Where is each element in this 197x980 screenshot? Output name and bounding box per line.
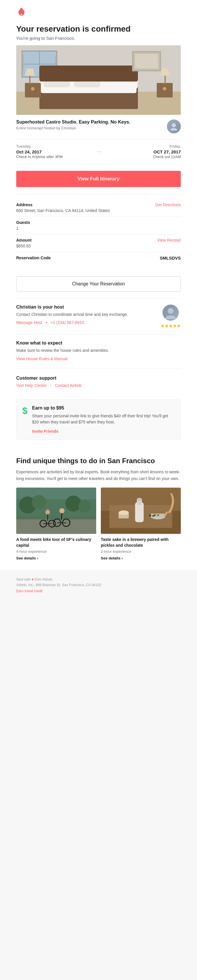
support-links: Visit Help Center • Contact Airbnb xyxy=(16,383,181,388)
reservation-code-row: Reservation Code SMLSDVS xyxy=(16,252,181,265)
view-itinerary-button[interactable]: View Full Itinerary xyxy=(16,171,181,187)
experience-title-2: Taste sake in a brewery paired with pick… xyxy=(101,537,181,548)
experience-duration-1: 4-hour experience xyxy=(16,549,96,554)
airbnb-logo xyxy=(16,7,181,19)
property-name: Superhosted Castro Studio. Easy Parking.… xyxy=(16,119,130,125)
find-section: Find unique things to do in San Francisc… xyxy=(0,447,197,570)
host-avatar-large xyxy=(162,304,179,321)
host-avatar-small xyxy=(167,119,181,134)
confirmation-subtitle: You're going to San Francisco. xyxy=(16,36,181,41)
experience-card-2[interactable]: Taste sake in a brewery paired with pick… xyxy=(101,488,181,561)
svg-point-17 xyxy=(163,87,166,91)
host-contact: Message Host • +1 (234) 567-8910 xyxy=(16,320,128,325)
host-section: Christian is your host Contact Christian… xyxy=(16,298,181,334)
invite-friends-link[interactable]: Invite Friends xyxy=(32,429,59,434)
checkin-time: Check in Anytime after 3PM xyxy=(16,154,91,159)
svg-rect-60 xyxy=(152,515,154,517)
support-heading: Customer support xyxy=(16,375,181,381)
experience-title-1: A food meets bike tour of SF's culinary … xyxy=(16,537,96,548)
checkout-day: Friday, xyxy=(106,144,181,148)
hero-section: Your reservation is confirmed You're goi… xyxy=(0,24,197,440)
property-type: Entire home/apt hosted by Christian xyxy=(16,126,130,130)
room-image xyxy=(16,45,181,115)
host-heading: Christian is your host xyxy=(16,304,128,310)
help-center-link[interactable]: Visit Help Center xyxy=(16,383,47,388)
svg-rect-18 xyxy=(29,76,30,84)
know-heading: Know what to expect xyxy=(16,340,181,346)
svg-line-39 xyxy=(61,513,62,520)
earn-section: $ Earn up to $95 Share your personal inv… xyxy=(16,399,181,440)
dollar-icon: $ xyxy=(22,406,27,416)
change-reservation-button[interactable]: Change Your Reservation xyxy=(16,277,181,291)
earn-heading: Earn up to $95 xyxy=(32,406,175,410)
house-rules-link[interactable]: View House Rules & Manual xyxy=(16,356,67,361)
svg-rect-22 xyxy=(135,54,158,68)
message-host-link[interactable]: Message Host xyxy=(16,320,42,325)
svg-rect-19 xyxy=(165,76,166,84)
reservation-label: Reservation Code xyxy=(16,256,51,260)
know-description: Make sure to review the house rules and … xyxy=(16,348,181,353)
earn-text: Earn up to $95 Share your personal invit… xyxy=(32,406,175,434)
amount-detail: Amount $650.65 xyxy=(16,238,32,248)
experiences-grid: A food meets bike tour of SF's culinary … xyxy=(16,488,181,561)
amount-label: Amount xyxy=(16,238,32,242)
experience-image-sake xyxy=(101,488,181,534)
svg-point-31 xyxy=(78,500,91,513)
footer-sent-text: Sent with xyxy=(16,578,32,582)
find-description: Experiences are activities led by local … xyxy=(16,469,181,482)
dates-section: Tuesday, Oct 24, 2017 Check in Anytime a… xyxy=(16,139,181,164)
experience-card-1[interactable]: A food meets bike tour of SF's culinary … xyxy=(16,488,96,561)
email-header xyxy=(0,0,197,24)
amount-value: $650.65 xyxy=(16,243,32,248)
checkout-date: OCT 27, 2017 xyxy=(106,149,181,155)
experience-link-1[interactable]: See details › xyxy=(16,556,38,560)
checkout-block: Friday, OCT 27, 2017 Check out 11AM xyxy=(106,144,181,159)
svg-rect-59 xyxy=(149,515,151,516)
view-receipt-link[interactable]: View Receipt xyxy=(157,238,181,242)
property-info: Superhosted Castro Studio. Easy Parking.… xyxy=(16,119,181,134)
address-row: Address 650 Street, San Francisco, CA 94… xyxy=(16,199,181,216)
svg-rect-58 xyxy=(157,514,159,516)
svg-point-24 xyxy=(168,308,173,314)
experience-link-2[interactable]: See details › xyxy=(101,556,123,560)
earn-credit-link[interactable]: Earn travel credit xyxy=(16,589,43,593)
svg-point-51 xyxy=(119,511,129,515)
svg-point-54 xyxy=(137,498,142,501)
dot-separator-2: • xyxy=(50,383,52,388)
dot-separator: • xyxy=(46,320,47,325)
svg-point-38 xyxy=(59,508,65,513)
svg-point-30 xyxy=(65,496,81,512)
host-description: Contact Christian to coordinate arrival … xyxy=(16,312,128,317)
footer-from: from Airbnb. xyxy=(35,578,53,582)
svg-rect-52 xyxy=(135,502,144,522)
reservation-detail: Reservation Code xyxy=(16,256,51,261)
date-arrow-icon: → xyxy=(91,147,106,156)
page-title: Your reservation is confirmed xyxy=(16,24,181,34)
address-label: Address xyxy=(16,202,110,207)
contact-airbnb-link[interactable]: Contact Airbnb xyxy=(55,383,82,388)
svg-rect-13 xyxy=(40,65,138,81)
earn-description: Share your personal invite link to give … xyxy=(32,413,175,425)
heart-icon: ♥ xyxy=(32,578,33,582)
property-text: Superhosted Castro Studio. Easy Parking.… xyxy=(16,119,130,130)
support-section: Customer support Visit Help Center • Con… xyxy=(16,368,181,395)
checkout-time: Check out 11AM xyxy=(106,154,181,159)
amount-row: Amount $650.65 View Receipt xyxy=(16,234,181,252)
guests-label: Guests xyxy=(16,220,30,225)
get-directions-link[interactable]: Get Directions xyxy=(155,202,181,207)
host-stars: ★★★★★ xyxy=(160,323,181,329)
checkin-day: Tuesday, xyxy=(16,144,91,148)
svg-point-15 xyxy=(31,87,35,91)
svg-point-0 xyxy=(21,14,22,15)
svg-point-29 xyxy=(32,495,46,509)
reservation-code-value: SMLSDVS xyxy=(160,256,181,261)
host-info: Christian is your host Contact Christian… xyxy=(16,304,128,325)
details-section: Address 650 Street, San Francisco, CA 94… xyxy=(16,194,181,269)
checkin-date: Oct 24, 2017 xyxy=(16,149,91,155)
svg-point-23 xyxy=(172,123,176,127)
host-phone: +1 (234) 567-8910 xyxy=(51,320,84,325)
find-heading: Find unique things to do in San Francisc… xyxy=(16,456,181,465)
experience-duration-2: 2-hour experience xyxy=(101,549,181,554)
svg-point-33 xyxy=(46,510,50,514)
checkin-block: Tuesday, Oct 24, 2017 Check in Anytime a… xyxy=(16,144,91,159)
